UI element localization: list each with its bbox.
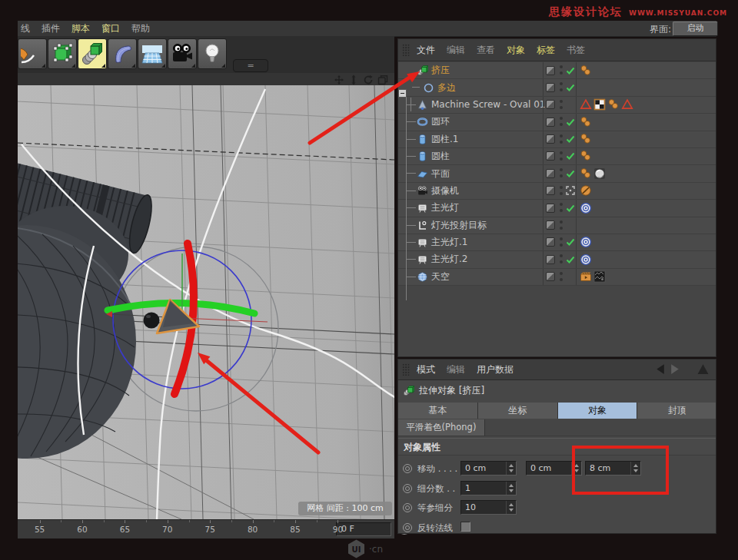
- spinner-icon[interactable]: [630, 462, 640, 475]
- timeline-ruler[interactable]: 0 F 5560657075808590: [18, 519, 394, 538]
- camera-object-icon[interactable]: [417, 185, 428, 197]
- value-field[interactable]: 0 cm: [460, 461, 517, 476]
- layer-icon[interactable]: [546, 255, 555, 264]
- am-menu-1[interactable]: 编辑: [447, 363, 465, 376]
- layer-icon[interactable]: [546, 237, 555, 247]
- tool-spline-pen-button[interactable]: [18, 38, 47, 69]
- state-empty[interactable]: [565, 271, 576, 282]
- compositing-tag-icon[interactable]: [580, 270, 592, 283]
- layer-icon[interactable]: [546, 204, 555, 213]
- maximize-icon[interactable]: [377, 74, 388, 84]
- tool-extrude-button[interactable]: [78, 38, 107, 69]
- enabled-check-icon[interactable]: [565, 203, 576, 214]
- sky-object-icon[interactable]: [417, 271, 428, 283]
- enabled-check-icon[interactable]: [565, 151, 576, 161]
- visibility-dots[interactable]: [559, 186, 563, 197]
- reverse-normals-checkbox[interactable]: [460, 522, 470, 532]
- om-menu-5[interactable]: 书签: [567, 44, 585, 57]
- am-menu-0[interactable]: 模式: [417, 363, 435, 376]
- keyframe-circle-icon[interactable]: [403, 523, 412, 532]
- om-menu-0[interactable]: 文件: [417, 44, 435, 57]
- spinner-icon[interactable]: [506, 462, 516, 475]
- keyframe-circle-icon[interactable]: [403, 464, 412, 473]
- layer-icon[interactable]: [546, 66, 555, 75]
- visibility-dots[interactable]: [559, 117, 563, 128]
- object-row-2[interactable]: 多边: [398, 79, 716, 96]
- cylinder-object-icon[interactable]: [417, 151, 428, 162]
- layer-icon[interactable]: [546, 151, 555, 161]
- target-tag-icon[interactable]: [580, 202, 592, 214]
- torus-object-icon[interactable]: [417, 116, 428, 128]
- visibility-dots[interactable]: [559, 134, 563, 145]
- visibility-dots[interactable]: [559, 237, 563, 248]
- history-back-icon[interactable]: [653, 363, 667, 375]
- object-row-13[interactable]: 天空: [398, 269, 716, 286]
- tool-camera-button[interactable]: [168, 38, 197, 69]
- menu-item-0[interactable]: 线: [21, 22, 30, 35]
- layer-icon[interactable]: [546, 118, 555, 127]
- enabled-check-icon[interactable]: [565, 237, 576, 247]
- visibility-dots[interactable]: [559, 168, 563, 179]
- spinner-icon[interactable]: [506, 482, 516, 495]
- value-field[interactable]: 10: [460, 500, 517, 515]
- enabled-check-icon[interactable]: [565, 82, 576, 93]
- camera-target-icon[interactable]: [565, 185, 576, 196]
- keyframe-circle-icon[interactable]: [403, 503, 412, 512]
- display-tag-icon[interactable]: [580, 98, 592, 111]
- enabled-check-icon[interactable]: [565, 254, 576, 265]
- light-object-icon[interactable]: [417, 202, 428, 214]
- object-row-1[interactable]: 挤压: [398, 62, 716, 79]
- phong-tag-icon[interactable]: [580, 167, 592, 180]
- panel-grip-icon[interactable]: [402, 44, 411, 56]
- tab-phong[interactable]: 平滑着色(Phong): [398, 419, 485, 436]
- layer-icon[interactable]: [546, 186, 555, 195]
- checker-tag-icon[interactable]: [593, 98, 606, 111]
- palette-handle[interactable]: =: [233, 59, 268, 72]
- spinner-icon[interactable]: [506, 501, 516, 514]
- target-tag-icon[interactable]: [580, 236, 592, 248]
- value-field[interactable]: 1: [460, 481, 517, 495]
- viewport[interactable]: 网格 间距 : 100 cm: [18, 85, 394, 519]
- extrude-object-icon[interactable]: [417, 65, 428, 76]
- cone-object-icon[interactable]: [417, 99, 428, 111]
- keyframe-circle-icon[interactable]: [403, 484, 412, 493]
- dolly-icon[interactable]: [348, 74, 359, 84]
- visibility-dots[interactable]: [559, 203, 563, 214]
- tab-3[interactable]: 对象: [558, 403, 638, 419]
- texture-tag-icon[interactable]: [593, 270, 606, 283]
- state-empty[interactable]: [565, 99, 576, 110]
- object-row-4[interactable]: 圆环: [398, 114, 716, 131]
- object-row-5[interactable]: 圆柱.1: [398, 131, 716, 148]
- visibility-dots[interactable]: [559, 100, 563, 111]
- tab-1[interactable]: 基本: [398, 403, 478, 419]
- layer-icon[interactable]: [546, 83, 555, 92]
- layer-icon[interactable]: [546, 134, 555, 144]
- om-menu-1[interactable]: 编辑: [447, 44, 465, 57]
- menu-item-3[interactable]: 窗口: [101, 22, 120, 35]
- ngon-object-icon[interactable]: [423, 82, 434, 94]
- visibility-dots[interactable]: [559, 82, 563, 93]
- enabled-check-icon[interactable]: [565, 134, 576, 144]
- object-row-3[interactable]: Machine Screw - Oval 01: [398, 97, 716, 114]
- value-field[interactable]: 0 cm: [526, 461, 582, 476]
- light-object-icon[interactable]: [417, 237, 428, 248]
- rotate-icon[interactable]: [363, 74, 374, 84]
- menu-item-2[interactable]: 脚本: [71, 22, 90, 35]
- target-tag-icon[interactable]: [580, 253, 592, 266]
- panel-grip-icon[interactable]: [402, 363, 411, 376]
- interface-dropdown[interactable]: 启动: [673, 22, 718, 36]
- protection-tag-icon[interactable]: [580, 184, 592, 197]
- object-row-8[interactable]: 摄像机: [398, 183, 716, 200]
- pan-icon[interactable]: [334, 74, 344, 84]
- menu-item-4[interactable]: 帮助: [131, 22, 150, 35]
- object-row-7[interactable]: 平面: [398, 165, 716, 182]
- visibility-dots[interactable]: [559, 254, 563, 265]
- enabled-check-icon[interactable]: [565, 117, 576, 128]
- layer-icon[interactable]: [546, 169, 555, 178]
- tab-2[interactable]: 坐标: [478, 403, 558, 419]
- viewport-titlebar[interactable]: [18, 73, 394, 86]
- cylinder-object-icon[interactable]: [417, 134, 428, 145]
- tool-floor-grid-button[interactable]: [138, 38, 167, 69]
- phong-tag-icon[interactable]: [580, 150, 592, 162]
- parent-up-icon[interactable]: [696, 363, 710, 375]
